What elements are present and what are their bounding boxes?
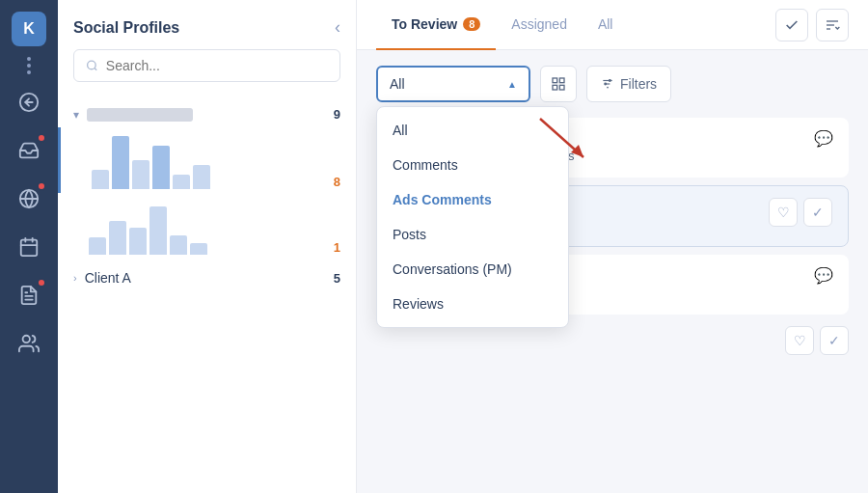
bar-2 [112,136,129,189]
check-button-sub[interactable]: ✓ [803,198,832,227]
bar2-4 [149,206,167,255]
dropdown-arrow-icon: ▲ [507,79,517,90]
to-review-badge: 8 [463,17,480,31]
like-button-sub[interactable]: ♡ [769,198,798,227]
tab-assigned[interactable]: Assigned [496,0,583,50]
dropdown-item-comments[interactable]: Comments [377,148,568,182]
profile-item-1[interactable]: 8 [58,127,356,193]
sort-icon [825,17,840,33]
bar2-3 [129,228,147,255]
grid-view-button[interactable] [540,66,577,102]
left-nav: K [0,0,58,493]
avatar: K [12,12,46,46]
content-area: All ▲ All Comments Ads Comments Posts [357,50,868,493]
tab-to-review[interactable]: To Review 8 [376,0,496,50]
dropdown-wrap: All ▲ All Comments Ads Comments Posts [376,66,530,102]
bar2-2 [109,221,126,255]
profile-bars [92,131,210,189]
svg-point-11 [88,61,96,69]
check-button-bottom[interactable]: ✓ [820,326,849,355]
inbox-badge [37,133,46,143]
feed-actions-2: 💬 [814,266,833,285]
profile-item-count-2: 1 [334,240,340,255]
profile-item-count-1: 8 [334,175,340,189]
profile-group-client-a[interactable]: › Client A 5 [58,266,356,289]
bar-4 [152,146,170,189]
bar-6 [193,165,210,189]
nav-icon-calendar[interactable] [8,226,50,268]
bar2-1 [89,237,106,255]
sidebar: Social Profiles ‹ ▾ 9 [58,0,357,493]
client-a-count: 5 [334,271,340,286]
svg-point-25 [605,83,607,85]
profile-item-2[interactable]: 1 [58,193,356,259]
chevron-right-icon: › [73,272,77,284]
profile-group-name-blurred [87,108,193,122]
svg-rect-19 [559,78,564,83]
profile-items: 8 1 [58,127,356,259]
svg-rect-18 [553,78,557,83]
svg-point-26 [609,80,610,82]
message-icon-1: 💬 [814,129,833,148]
type-dropdown[interactable]: All ▲ [376,66,530,102]
svg-line-12 [95,68,96,69]
dropdown-item-conversations[interactable]: Conversations (PM) [377,252,568,287]
search-icon [86,59,98,72]
main-header: To Review 8 Assigned All [357,0,868,50]
like-button-bottom[interactable]: ♡ [785,326,814,355]
feed-actions-sub: ♡ ✓ [769,198,832,227]
nav-icon-reports[interactable] [8,274,50,316]
tab-all[interactable]: All [583,0,629,50]
bar-1 [92,170,109,189]
profile-list: ▾ 9 8 [58,94,356,493]
main-toolbar [775,9,849,41]
check-button[interactable] [775,9,808,41]
main-content: To Review 8 Assigned All [357,0,868,493]
sidebar-header: Social Profiles ‹ [58,0,356,49]
svg-point-10 [23,336,30,342]
dropdown-item-posts[interactable]: Posts [377,217,568,252]
sidebar-collapse-icon[interactable]: ‹ [335,17,340,38]
monitoring-badge [37,181,46,191]
profile-group-header-1[interactable]: ▾ 9 [58,101,356,127]
profile-group-1: ▾ 9 8 [58,94,356,266]
nav-icon-inbox[interactable] [8,129,50,172]
chevron-down-icon: ▾ [73,108,79,122]
bar-5 [173,175,190,189]
profile-group-count: 9 [334,107,340,122]
check-icon [784,17,800,33]
svg-rect-21 [559,85,564,90]
search-input[interactable] [106,58,328,73]
bar2-6 [190,243,207,255]
reports-badge [37,278,46,288]
svg-rect-20 [553,85,557,90]
profile-bars-2 [89,197,207,255]
nav-icon-compose[interactable] [8,81,50,123]
sidebar-title: Social Profiles [73,19,179,37]
dropdown-item-reviews[interactable]: Reviews [377,287,568,321]
dropdown-item-all[interactable]: All [377,113,568,148]
search-box[interactable] [73,49,340,82]
nav-icon-monitoring[interactable] [8,178,50,220]
client-a-name: Client A [85,270,131,286]
dropdown-item-ads-comments[interactable]: Ads Comments [377,182,568,217]
more-options-icon[interactable] [19,56,39,75]
feed-actions-1: 💬 [814,129,833,148]
nav-icon-team[interactable] [8,322,50,365]
filters-icon [601,77,614,91]
filters-row: All ▲ All Comments Ads Comments Posts [376,66,849,102]
bar2-5 [170,235,187,255]
sort-button[interactable] [816,9,849,41]
dropdown-menu: All Comments Ads Comments Posts Conversa… [376,106,569,328]
message-icon-2: 💬 [814,266,833,285]
filters-button[interactable]: Filters [586,66,671,102]
bar-3 [132,160,149,189]
grid-icon [551,76,566,92]
svg-rect-4 [21,240,38,256]
